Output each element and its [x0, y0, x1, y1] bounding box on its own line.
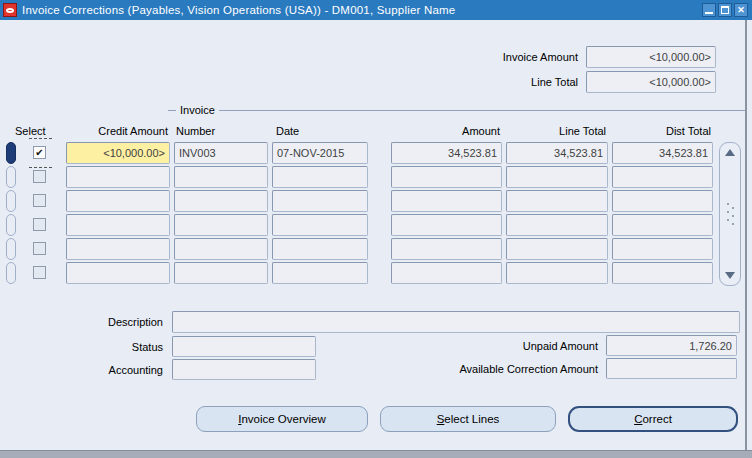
select-checkbox[interactable] [33, 170, 46, 183]
description-field [172, 311, 740, 333]
window-title: Invoice Corrections (Payables, Vision Op… [22, 4, 455, 16]
record-indicator[interactable] [6, 238, 16, 260]
invoice-number-field[interactable] [174, 214, 268, 236]
select-checkbox[interactable] [33, 242, 46, 255]
line-total-field[interactable] [506, 190, 608, 212]
window-bottom-edge [0, 450, 752, 458]
description-label: Description [60, 316, 163, 328]
invoice-amount-field: <10,000.00> [586, 46, 716, 68]
record-indicator[interactable] [6, 142, 16, 164]
scroll-up-icon[interactable] [720, 145, 740, 161]
select-lines-button-label: Select Lines [437, 413, 500, 425]
invoice-date-field[interactable] [272, 190, 368, 212]
status-field [172, 336, 316, 357]
invoice-amount-label: Invoice Amount [440, 51, 578, 63]
line-total-field[interactable]: 34,523.81 [506, 142, 608, 164]
credit-amount-field[interactable] [66, 238, 170, 260]
record-indicator[interactable] [6, 166, 16, 188]
accounting-label: Accounting [60, 364, 163, 376]
dist-total-field[interactable]: 34,523.81 [612, 142, 713, 164]
record-indicator[interactable] [6, 262, 16, 284]
column-header-number: Number [176, 125, 215, 137]
amount-field[interactable] [391, 238, 502, 260]
accounting-field [172, 359, 316, 380]
amount-field[interactable]: 34,523.81 [391, 142, 502, 164]
credit-amount-field[interactable] [66, 214, 170, 236]
table-row [0, 190, 752, 212]
maximize-icon[interactable] [718, 3, 732, 17]
invoice-number-field[interactable] [174, 238, 268, 260]
credit-amount-field[interactable] [66, 166, 170, 188]
invoice-frame-line [168, 110, 745, 111]
amount-field[interactable] [391, 262, 502, 284]
invoice-frame-label: Invoice [176, 104, 219, 116]
scroll-down-icon[interactable] [720, 267, 740, 283]
invoice-date-field[interactable] [272, 238, 368, 260]
line-total-field[interactable] [506, 262, 608, 284]
close-icon[interactable]: ✕ [734, 3, 748, 17]
available-correction-amount-field [606, 358, 737, 379]
column-header-dist-total: Dist Total [612, 125, 711, 137]
record-indicator[interactable] [6, 214, 16, 236]
line-total-label: Line Total [440, 76, 578, 88]
line-total-field[interactable] [506, 238, 608, 260]
dist-total-field[interactable] [612, 190, 713, 212]
select-checkbox[interactable] [33, 194, 46, 207]
window-right-edge [745, 20, 747, 450]
line-total-field[interactable] [506, 166, 608, 188]
column-header-line-total: Line Total [506, 125, 606, 137]
record-indicator[interactable] [6, 190, 16, 212]
invoice-corrections-window: Invoice Corrections (Payables, Vision Op… [0, 0, 752, 458]
table-row [0, 238, 752, 260]
invoice-overview-button-label: Invoice Overview [238, 413, 326, 425]
title-bar[interactable]: Invoice Corrections (Payables, Vision Op… [0, 0, 752, 20]
invoice-number-field[interactable] [174, 190, 268, 212]
credit-amount-field[interactable]: <10,000.00> [66, 142, 170, 164]
correct-button-label: Correct [634, 413, 672, 425]
column-header-amount: Amount [391, 125, 500, 137]
oracle-logo-icon [3, 3, 17, 17]
invoice-date-field[interactable] [272, 166, 368, 188]
dist-total-field[interactable] [612, 238, 713, 260]
select-checkbox[interactable] [33, 218, 46, 231]
correct-button[interactable]: Correct [568, 406, 738, 432]
line-total-field: <10,000.00> [586, 71, 716, 93]
unpaid-amount-label: Unpaid Amount [420, 340, 598, 352]
invoice-overview-button[interactable]: Invoice Overview [196, 406, 368, 432]
grid-scrollbar[interactable] [719, 142, 741, 286]
invoice-number-field[interactable] [174, 166, 268, 188]
dist-total-field[interactable] [612, 166, 713, 188]
invoice-date-field[interactable]: 07-NOV-2015 [272, 142, 368, 164]
table-row [0, 214, 752, 236]
status-label: Status [60, 341, 163, 353]
window-controls: ✕ [702, 3, 748, 17]
table-row [0, 166, 752, 188]
table-row: ✔ <10,000.00> INV003 07-NOV-2015 34,523.… [0, 142, 752, 164]
focus-dash-top [29, 138, 52, 139]
credit-amount-field[interactable] [66, 262, 170, 284]
credit-amount-field[interactable] [66, 190, 170, 212]
line-total-field[interactable] [506, 214, 608, 236]
unpaid-amount-field: 1,726.20 [606, 335, 737, 356]
dist-total-field[interactable] [612, 262, 713, 284]
dist-total-field[interactable] [612, 214, 713, 236]
invoice-date-field[interactable] [272, 214, 368, 236]
column-header-date: Date [276, 125, 299, 137]
amount-field[interactable] [391, 166, 502, 188]
available-correction-amount-label: Available Correction Amount [380, 363, 598, 375]
column-header-credit-amount: Credit Amount [66, 125, 168, 137]
scrollbar-grip-dots [727, 203, 729, 205]
minimize-icon[interactable] [702, 3, 716, 17]
invoice-number-field[interactable] [174, 262, 268, 284]
table-row [0, 262, 752, 284]
column-header-select: Select [15, 125, 46, 137]
invoice-number-field[interactable]: INV003 [174, 142, 268, 164]
select-checkbox[interactable]: ✔ [33, 146, 46, 159]
select-lines-button[interactable]: Select Lines [380, 406, 556, 432]
amount-field[interactable] [391, 190, 502, 212]
select-checkbox[interactable] [33, 266, 46, 279]
invoice-date-field[interactable] [272, 262, 368, 284]
amount-field[interactable] [391, 214, 502, 236]
